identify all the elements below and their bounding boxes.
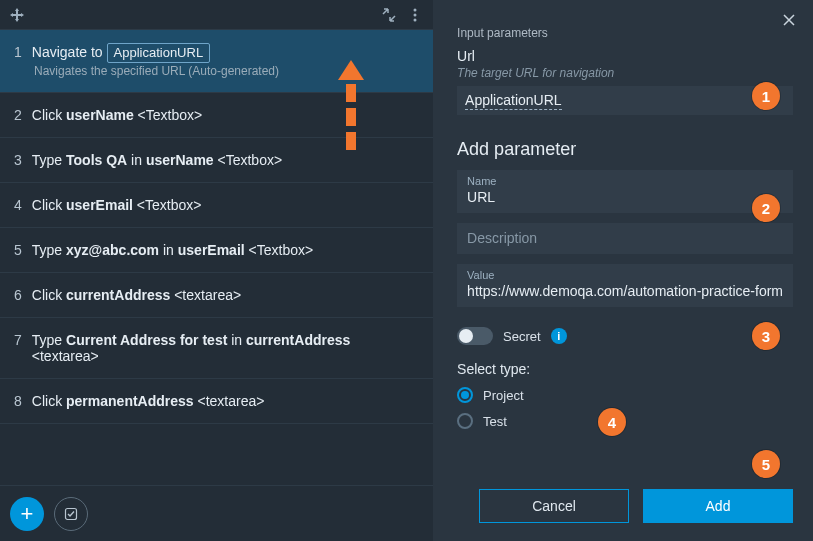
svg-rect-6	[346, 132, 356, 150]
radio-project[interactable]: Project	[457, 387, 793, 403]
param-name-input[interactable]: Name URL	[457, 170, 793, 213]
annotation-marker-1: 1	[752, 82, 780, 110]
add-step-button[interactable]: +	[10, 497, 44, 531]
radio-project-indicator	[457, 387, 473, 403]
step-number: 1	[14, 44, 22, 60]
secret-label: Secret	[503, 329, 541, 344]
step-number: 3	[14, 152, 22, 168]
step-text: Type xyz@abc.com in userEmail <Textbox>	[32, 242, 313, 258]
collapse-icon[interactable]	[379, 5, 399, 25]
drag-handle-icon[interactable]	[8, 6, 26, 24]
step-text: Navigate to ApplicationURL	[32, 44, 210, 60]
info-icon[interactable]: i	[551, 328, 567, 344]
cancel-button[interactable]: Cancel	[479, 489, 629, 523]
record-button[interactable]	[54, 497, 88, 531]
annotation-arrow-icon	[338, 60, 364, 150]
step-item[interactable]: 3Type Tools QA in userName <Textbox>	[0, 138, 433, 183]
step-text: Type Tools QA in userName <Textbox>	[32, 152, 282, 168]
add-button[interactable]: Add	[643, 489, 793, 523]
step-number: 6	[14, 287, 22, 303]
select-type-group: Select type: Project Test	[457, 361, 793, 439]
svg-rect-5	[346, 108, 356, 126]
url-hint: The target URL for navigation	[457, 66, 793, 80]
step-text: Click userName <Textbox>	[32, 107, 202, 123]
step-item[interactable]: 7Type Current Address for test in curren…	[0, 318, 433, 379]
step-number: 4	[14, 197, 22, 213]
select-type-header: Select type:	[457, 361, 793, 377]
secret-toggle-row: Secret i	[457, 327, 793, 345]
svg-point-0	[414, 8, 417, 11]
step-item[interactable]: 1Navigate to ApplicationURLNavigates the…	[0, 30, 433, 93]
annotation-marker-5: 5	[752, 450, 780, 478]
svg-point-2	[414, 18, 417, 21]
step-item[interactable]: 6Click currentAddress <textarea>	[0, 273, 433, 318]
dialog-buttons: Cancel Add	[457, 479, 793, 523]
step-number: 2	[14, 107, 22, 123]
secret-toggle[interactable]	[457, 327, 493, 345]
step-text: Click permanentAddress <textarea>	[32, 393, 265, 409]
step-number: 8	[14, 393, 22, 409]
add-parameter-header: Add parameter	[457, 139, 793, 160]
annotation-marker-4: 4	[598, 408, 626, 436]
svg-point-1	[414, 13, 417, 16]
steps-panel-header	[0, 0, 433, 30]
radio-test-indicator	[457, 413, 473, 429]
kebab-menu-icon[interactable]	[405, 5, 425, 25]
steps-panel: 1Navigate to ApplicationURLNavigates the…	[0, 0, 433, 541]
url-label: Url	[457, 48, 793, 64]
steps-panel-footer: +	[0, 485, 433, 541]
step-item[interactable]: 5Type xyz@abc.com in userEmail <Textbox>	[0, 228, 433, 273]
step-number: 5	[14, 242, 22, 258]
step-text: Type Current Address for test in current…	[32, 332, 419, 364]
input-parameters-header: Input parameters	[457, 26, 793, 40]
param-value-input[interactable]: Value https://www.demoqa.com/automation-…	[457, 264, 793, 307]
step-text: Click currentAddress <textarea>	[32, 287, 241, 303]
step-item[interactable]: 4Click userEmail <Textbox>	[0, 183, 433, 228]
step-number: 7	[14, 332, 22, 348]
close-icon[interactable]	[779, 10, 799, 30]
annotation-marker-2: 2	[752, 194, 780, 222]
svg-rect-4	[346, 84, 356, 102]
param-description-input[interactable]: Description	[457, 223, 793, 254]
annotation-marker-3: 3	[752, 322, 780, 350]
step-item[interactable]: 2Click userName <Textbox>	[0, 93, 433, 138]
steps-list: 1Navigate to ApplicationURLNavigates the…	[0, 30, 433, 485]
step-item[interactable]: 8Click permanentAddress <textarea>	[0, 379, 433, 424]
url-value-input[interactable]: ApplicationURL	[457, 86, 793, 115]
step-text: Click userEmail <Textbox>	[32, 197, 202, 213]
